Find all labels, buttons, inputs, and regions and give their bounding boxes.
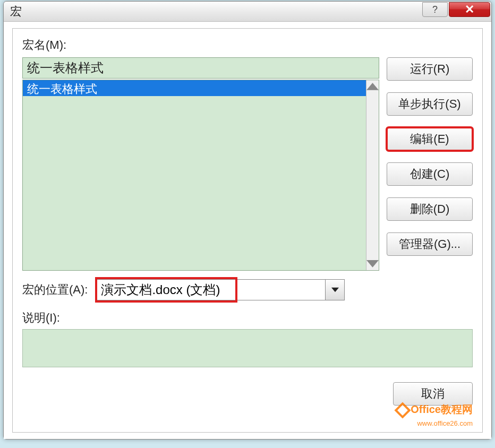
help-button[interactable]: ? [422, 2, 448, 17]
macro-list-body: 统一表格样式 [23, 80, 366, 270]
edit-button[interactable]: 编辑(E) [387, 127, 473, 151]
run-button[interactable]: 运行(R) [387, 57, 473, 81]
help-icon: ? [432, 4, 438, 15]
location-combo[interactable]: 演示文档.docx (文档) [95, 279, 345, 300]
description-label: 说明(I): [22, 310, 473, 326]
create-button[interactable]: 创建(C) [387, 162, 473, 186]
location-combo-text: 演示文档.docx (文档) [95, 279, 326, 300]
chevron-down-icon [331, 287, 339, 292]
cancel-button[interactable]: 取消 [393, 382, 473, 406]
main-row: 统一表格样式 运行(R) 单步执行 [22, 57, 473, 271]
description-box [22, 329, 473, 367]
scrollbar[interactable] [366, 80, 379, 270]
scroll-up-icon[interactable] [366, 80, 379, 93]
macro-dialog: 宏 ? ✕ 宏名(M): 统一表格样式 [3, 1, 492, 440]
macro-list-item[interactable]: 统一表格样式 [23, 80, 366, 96]
delete-button[interactable]: 删除(D) [387, 197, 473, 221]
watermark: Office教程网 www.office26.com [397, 403, 473, 428]
close-button[interactable]: ✕ [449, 2, 490, 17]
macro-name-input[interactable] [22, 57, 379, 79]
scroll-down-icon[interactable] [366, 257, 379, 270]
macro-name-label: 宏名(M): [22, 37, 473, 53]
combo-dropdown-button[interactable] [326, 279, 345, 300]
bottom-row: 取消 [22, 382, 473, 406]
organizer-button[interactable]: 管理器(G)... [387, 232, 473, 256]
inner-frame: 宏名(M): 统一表格样式 [12, 28, 483, 433]
close-icon: ✕ [465, 3, 474, 16]
titlebar: 宏 ? ✕ [4, 2, 491, 22]
watermark-url: www.office26.com [417, 419, 473, 427]
dialog-title: 宏 [10, 4, 22, 20]
titlebar-buttons: ? ✕ [422, 2, 490, 17]
macro-list[interactable]: 统一表格样式 [22, 80, 379, 271]
dialog-content: 宏名(M): 统一表格样式 [4, 22, 491, 439]
right-column: 运行(R) 单步执行(S) 编辑(E) 创建(C) 删除(D) 管理器(G)..… [387, 57, 473, 271]
step-button[interactable]: 单步执行(S) [387, 92, 473, 116]
location-row: 宏的位置(A): 演示文档.docx (文档) [22, 279, 473, 300]
left-column: 统一表格样式 [22, 57, 379, 271]
location-label: 宏的位置(A): [22, 282, 88, 298]
